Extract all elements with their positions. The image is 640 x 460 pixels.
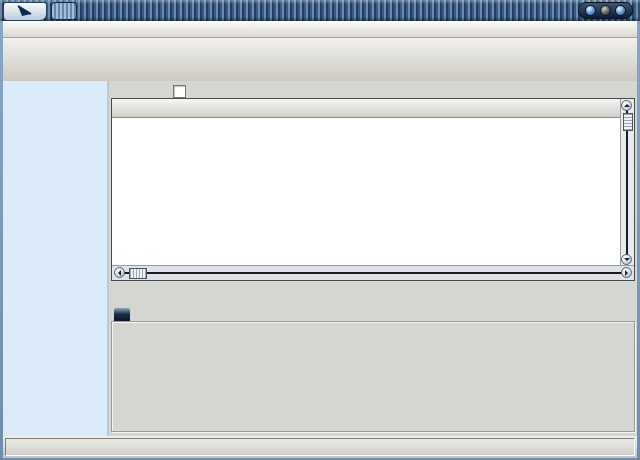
table-header [112,99,621,118]
vertical-scroll-thumb[interactable] [623,113,633,131]
content-area [3,81,637,436]
horizontal-scroll-track[interactable] [119,272,627,274]
auto-order-checkbox[interactable] [173,85,186,98]
title-bar [0,0,640,21]
vertical-scrollbar[interactable] [620,99,634,266]
status-field [5,438,635,456]
trade-table-region [111,98,635,281]
tab-row [111,83,635,98]
close-button[interactable] [615,5,626,16]
window-controls [578,2,633,19]
trade-table [112,99,621,266]
auto-order-option[interactable] [173,85,190,98]
action-button-row [587,286,635,308]
horizontal-scroll-thumb[interactable] [129,268,147,279]
title-tab [51,2,77,20]
status-bar [3,436,637,458]
main-panel [109,81,637,436]
minimize-button[interactable] [585,5,596,16]
scroll-up-button[interactable] [621,100,632,111]
application-window [0,0,640,460]
menu-bar [3,21,637,38]
horizontal-scrollbar[interactable] [112,265,634,280]
scroll-down-button[interactable] [621,254,632,265]
app-logo-icon [3,2,47,21]
order-detail-panel [111,321,635,432]
scroll-right-button[interactable] [621,267,632,278]
toolbar [3,38,637,82]
scroll-left-button[interactable] [114,267,125,278]
maximize-button[interactable] [600,5,611,16]
sidebar-tree [3,81,109,436]
